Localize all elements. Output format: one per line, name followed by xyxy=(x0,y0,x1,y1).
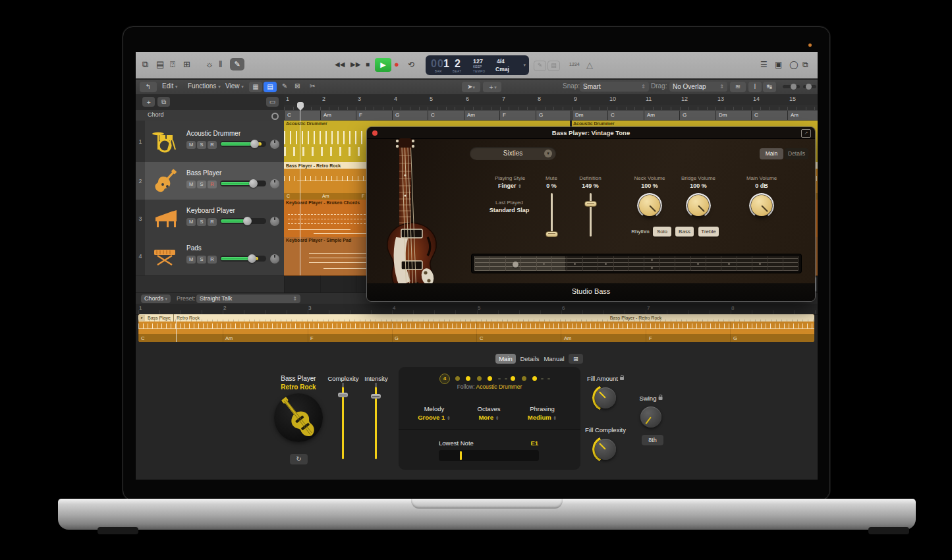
chord-chip[interactable]: Am xyxy=(787,111,818,120)
solo-button[interactable]: S xyxy=(197,218,206,226)
waveform-zoom-button[interactable]: ≋ xyxy=(730,82,746,92)
mute-button[interactable]: M xyxy=(186,181,196,188)
duplicate-track-button[interactable]: ⧉ xyxy=(157,97,170,107)
piano-roll-view-button[interactable]: ▤ xyxy=(264,82,277,92)
pattern-dot[interactable] xyxy=(532,376,537,381)
melody-select[interactable]: Groove 1 ⇕ xyxy=(418,414,451,421)
scissors-tool-icon[interactable]: ✂ xyxy=(310,82,315,90)
pickup-rhythm-label[interactable]: Rhythm xyxy=(629,227,652,237)
bar-ruler[interactable]: 12 34 56 78 910 1112 1314 15 xyxy=(284,94,818,105)
tab-main[interactable]: Main xyxy=(495,354,516,364)
volume-slider[interactable] xyxy=(220,218,266,224)
track-row-acoustic-drummer[interactable]: 1 Acoustic Drummer MSR xyxy=(136,121,284,163)
pickup-solo-button[interactable]: Solo xyxy=(653,227,671,237)
octaves-select[interactable]: More ⇕ xyxy=(478,414,499,421)
chord-chip[interactable]: Dm xyxy=(572,111,607,120)
add-track-button[interactable]: ＋ xyxy=(142,97,155,107)
menu-edit[interactable]: Edit ▾ xyxy=(162,82,178,90)
pointer-tool-menu[interactable]: ➤▾ xyxy=(462,82,480,92)
solo-button[interactable]: S xyxy=(197,141,206,149)
playing-style-select[interactable]: Finger ⇕ xyxy=(498,182,522,189)
volume-slider[interactable] xyxy=(220,141,266,147)
plugin-tab-details[interactable]: Details xyxy=(785,148,808,159)
snap-select[interactable]: Smart⇕ xyxy=(580,82,649,92)
preset-chevron-icon[interactable]: ▾ xyxy=(544,150,552,157)
pencil-tool-icon[interactable]: ✎ xyxy=(282,82,287,90)
horizontal-zoom-slider[interactable] xyxy=(803,85,816,88)
fill-amount-knob[interactable] xyxy=(594,386,617,410)
chord-chip[interactable]: Dm xyxy=(715,111,751,120)
complexity-slider[interactable] xyxy=(342,387,344,459)
region-play-icon[interactable]: ▸ xyxy=(139,315,145,321)
solo-button[interactable]: S xyxy=(197,181,206,188)
marquee-tool-icon[interactable]: ⊠ xyxy=(294,82,300,90)
chord-chip[interactable]: F xyxy=(499,111,536,120)
volume-knob[interactable] xyxy=(250,140,259,148)
lowest-note-slider[interactable] xyxy=(439,450,539,461)
vertical-zoom-button[interactable]: I xyxy=(748,82,762,92)
editor-region[interactable]: ▸ Bass Playe Retro Rock Bass Player - Re… xyxy=(138,314,814,342)
metronome-icon[interactable]: △ xyxy=(586,60,593,70)
editor-mode-button[interactable]: Chords ▾ xyxy=(141,294,171,303)
plugin-window-bass-player[interactable]: Bass Player: Vintage Tone ↗ xyxy=(367,127,815,301)
pattern-dot[interactable] xyxy=(455,376,460,381)
media-browser-icon[interactable]: ▣ xyxy=(775,59,782,70)
swing-knob[interactable] xyxy=(639,405,663,429)
chord-chip[interactable]: C xyxy=(751,111,787,120)
editor-region-header[interactable]: ▸ Bass Playe Retro Rock Bass Player - Re… xyxy=(138,314,814,322)
tab-manual[interactable]: Manual xyxy=(542,354,566,364)
intensity-handle[interactable] xyxy=(371,394,381,399)
follow-readout[interactable]: Follow: Acoustic Drummer xyxy=(399,383,580,390)
editor-playhead[interactable] xyxy=(176,314,177,342)
pattern-dot[interactable] xyxy=(511,376,515,381)
record-enable-button[interactable]: R xyxy=(208,256,217,264)
forward-button[interactable]: ▶▶ xyxy=(350,59,360,70)
pattern-dot[interactable] xyxy=(522,376,526,381)
chord-chip[interactable]: Am xyxy=(464,111,499,120)
chord-chip[interactable]: Am xyxy=(644,111,679,120)
chord-track-power-icon[interactable] xyxy=(271,113,279,120)
track-row-pads[interactable]: 4 Pads MSR xyxy=(136,237,284,276)
pattern-dot[interactable] xyxy=(477,376,482,381)
complexity-handle[interactable] xyxy=(338,393,348,397)
volume-slider[interactable] xyxy=(220,181,266,186)
plugin-title-bar[interactable]: Bass Player: Vintage Tone xyxy=(367,127,815,139)
grid-view-button[interactable]: ▦ xyxy=(249,82,262,92)
neck-volume-knob[interactable] xyxy=(637,193,662,218)
rewind-button[interactable]: ◀◀ xyxy=(335,59,345,70)
mute-button[interactable]: M xyxy=(186,218,196,226)
cycle-button[interactable]: ⟲ xyxy=(408,59,414,70)
global-chord-track[interactable]: Chord xyxy=(136,110,284,121)
pan-knob[interactable] xyxy=(270,217,279,226)
volume-slider[interactable] xyxy=(220,256,266,262)
fretboard-display[interactable] xyxy=(472,254,801,273)
solo-button[interactable]: S xyxy=(197,256,206,264)
record-enable-button[interactable]: R xyxy=(208,218,217,226)
editors-toggle-button[interactable]: ✎ xyxy=(230,58,244,70)
loop-browser-icon[interactable]: ◯ xyxy=(789,59,798,70)
list-editors-icon[interactable]: ☰ xyxy=(760,59,768,70)
add-tracks-icon[interactable]: ⊞ xyxy=(183,59,190,70)
pan-knob[interactable] xyxy=(270,140,279,149)
definition-handle[interactable] xyxy=(584,201,597,207)
chord-track-strip[interactable]: C Am F G C Am F G Dm C Am G Dm C Am xyxy=(284,110,818,121)
chord-chip[interactable]: G xyxy=(536,111,570,120)
pan-knob[interactable] xyxy=(270,179,279,188)
record-enable-button[interactable]: R xyxy=(208,141,217,149)
chord-chip[interactable]: G xyxy=(679,111,715,120)
play-button[interactable]: ▶ xyxy=(375,58,391,72)
pattern-count-badge[interactable]: 4 xyxy=(439,374,450,384)
record-enable-button[interactable]: R xyxy=(208,181,217,188)
mute-handle[interactable] xyxy=(546,231,558,237)
volume-knob[interactable] xyxy=(248,254,256,263)
horizontal-zoom-button[interactable]: ↹ xyxy=(763,82,776,92)
playhead-line[interactable] xyxy=(300,105,300,275)
pattern-dot[interactable] xyxy=(488,376,492,381)
chord-chip[interactable]: F xyxy=(356,111,392,120)
preset-selector[interactable]: Sixties▾ xyxy=(470,147,556,160)
close-icon[interactable] xyxy=(372,130,378,136)
bass-player-artwork[interactable] xyxy=(274,393,323,442)
editor-bar-ruler[interactable]: 12 34 56 78 xyxy=(136,304,818,315)
volume-knob[interactable] xyxy=(243,217,252,225)
drag-select[interactable]: No Overlap⇕ xyxy=(669,82,727,92)
